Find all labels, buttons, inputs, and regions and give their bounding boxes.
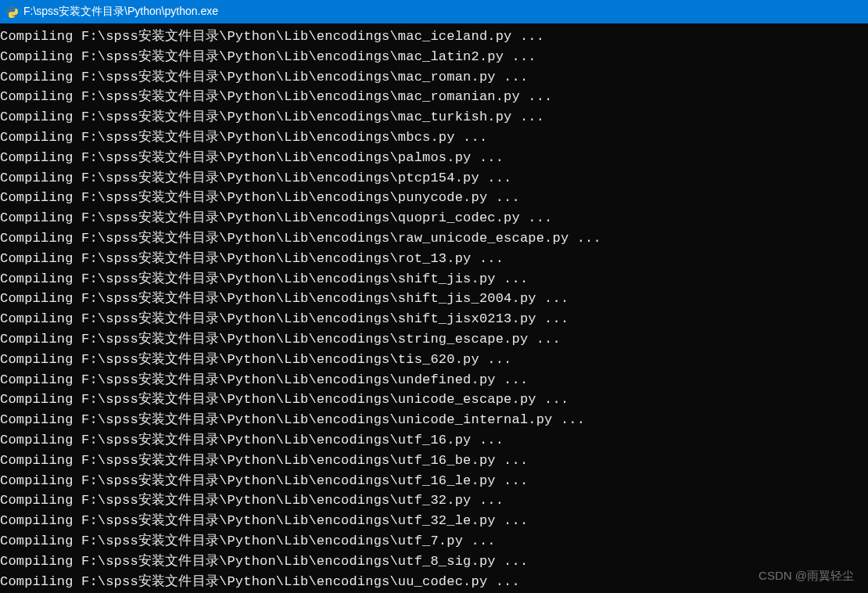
window-titlebar[interactable]: F:\spss安装文件目录\Python\python.exe xyxy=(0,0,868,23)
console-line: Compiling F:\spss安装文件目录\Python\Lib\encod… xyxy=(0,148,868,168)
console-line: Compiling F:\spss安装文件目录\Python\Lib\encod… xyxy=(0,289,868,309)
console-line: Compiling F:\spss安装文件目录\Python\Lib\encod… xyxy=(0,451,868,471)
console-line: Compiling F:\spss安装文件目录\Python\Lib\encod… xyxy=(0,67,868,88)
python-icon xyxy=(5,5,19,19)
console-line: Compiling F:\spss安装文件目录\Python\Lib\encod… xyxy=(0,128,868,148)
console-line: Compiling F:\spss安装文件目录\Python\Lib\encod… xyxy=(0,410,868,430)
window-title: F:\spss安装文件目录\Python\python.exe xyxy=(23,5,218,19)
console-output[interactable]: Compiling F:\spss安装文件目录\Python\Lib\encod… xyxy=(0,23,868,593)
console-line: Compiling F:\spss安装文件目录\Python\Lib\encod… xyxy=(0,370,868,390)
console-line: Compiling F:\spss安装文件目录\Python\Lib\encod… xyxy=(0,491,868,511)
console-line: Compiling F:\spss安装文件目录\Python\Lib\encod… xyxy=(0,390,868,410)
console-line: Compiling F:\spss安装文件目录\Python\Lib\encod… xyxy=(0,27,868,47)
console-line: Compiling F:\spss安装文件目录\Python\Lib\encod… xyxy=(0,107,868,128)
console-line: Compiling F:\spss安装文件目录\Python\Lib\encod… xyxy=(0,552,868,572)
console-line: Compiling F:\spss安装文件目录\Python\Lib\encod… xyxy=(0,511,868,531)
console-line: Compiling F:\spss安装文件目录\Python\Lib\encod… xyxy=(0,188,868,208)
console-line: Compiling F:\spss安装文件目录\Python\Lib\encod… xyxy=(0,430,868,451)
console-line: Compiling F:\spss安装文件目录\Python\Lib\encod… xyxy=(0,208,868,228)
console-line: Compiling F:\spss安装文件目录\Python\Lib\encod… xyxy=(0,329,868,350)
console-line: Compiling F:\spss安装文件目录\Python\Lib\encod… xyxy=(0,531,868,552)
console-line: Compiling F:\spss安装文件目录\Python\Lib\encod… xyxy=(0,249,868,269)
console-line: Compiling F:\spss安装文件目录\Python\Lib\encod… xyxy=(0,471,868,491)
console-line: Compiling F:\spss安装文件目录\Python\Lib\encod… xyxy=(0,87,868,107)
console-line: Compiling F:\spss安装文件目录\Python\Lib\encod… xyxy=(0,228,868,249)
console-line: Compiling F:\spss安装文件目录\Python\Lib\encod… xyxy=(0,350,868,370)
console-line: Compiling F:\spss安装文件目录\Python\Lib\encod… xyxy=(0,269,868,289)
console-line: Compiling F:\spss安装文件目录\Python\Lib\encod… xyxy=(0,47,868,67)
console-line: Compiling F:\spss安装文件目录\Python\Lib\encod… xyxy=(0,309,868,329)
console-line: Compiling F:\spss安装文件目录\Python\Lib\encod… xyxy=(0,168,868,189)
console-line: Compiling F:\spss安装文件目录\Python\Lib\encod… xyxy=(0,572,868,592)
